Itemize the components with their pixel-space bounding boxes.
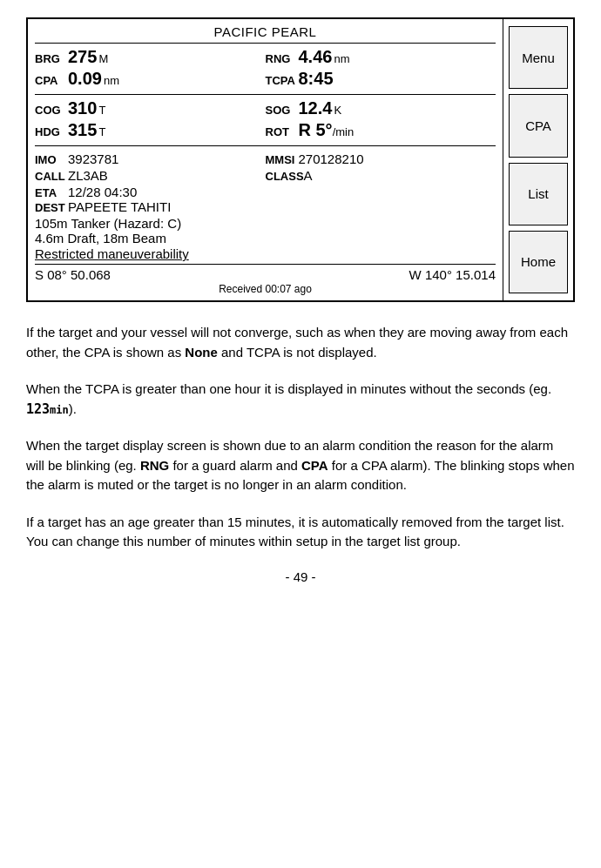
mmsi-value: 270128210	[299, 151, 364, 166]
desc2-text-after: ).	[69, 401, 77, 416]
cog-row: COG 310 T	[35, 98, 266, 118]
received-text: Received 00:07 ago	[35, 283, 496, 295]
list-button[interactable]: List	[509, 163, 568, 225]
sog-label: SOG	[266, 104, 299, 117]
coords-row: S 08° 50.068 W 140° 15.014	[35, 267, 496, 282]
tcpa-label: TCPA	[266, 74, 299, 87]
tcpa-row: TCPA 8:45	[266, 69, 496, 89]
panel-buttons: Menu CPA List Home	[503, 19, 573, 300]
page-number: - 49 -	[26, 569, 575, 584]
desc3-bold1: RNG	[140, 458, 169, 473]
class-row: CLASS A	[266, 168, 496, 183]
cpa-label: CPA	[35, 74, 68, 87]
coord-w: W 140° 15.014	[409, 267, 496, 282]
dest-row: DEST PAPEETE TAHITI	[35, 199, 496, 214]
menu-button[interactable]: Menu	[509, 26, 568, 89]
eta-value: 12/28 04:30	[68, 185, 137, 199]
type-text: 105m Tanker (Hazard: C)	[35, 216, 496, 231]
hdg-row: HDG 315 T	[35, 120, 266, 140]
cpa-button[interactable]: CPA	[509, 94, 568, 157]
rng-value: 4.46	[299, 47, 333, 67]
sog-row: SOG 12.4 K	[266, 98, 496, 118]
cpa-value: 0.09	[68, 69, 102, 89]
cpa-row: CPA 0.09 nm	[35, 69, 266, 89]
description-3: When the target display screen is shown …	[26, 436, 575, 495]
cpa-unit: nm	[104, 74, 119, 87]
brg-value: 275	[68, 47, 97, 67]
rot-row: ROT R 5° /min	[266, 120, 496, 140]
vessel-details: IMO 3923781 CALL ZL3AB MMSI 270128210 CL…	[35, 150, 496, 295]
rng-label: RNG	[266, 52, 299, 65]
rng-col: RNG 4.46 nm TCPA 8:45	[266, 47, 496, 89]
cog-unit: T	[98, 104, 105, 117]
class-label: CLASS	[266, 170, 304, 183]
tcpa-value: 8:45	[299, 69, 334, 89]
home-button[interactable]: Home	[509, 231, 568, 293]
panel-left: PACIFIC PEARL BRG 275 M CPA 0.09 nm	[28, 19, 503, 300]
imo-mmsi-row: IMO 3923781 CALL ZL3AB MMSI 270128210 CL…	[35, 151, 496, 183]
target-info-panel: PACIFIC PEARL BRG 275 M CPA 0.09 nm	[26, 17, 575, 302]
rot-label: ROT	[266, 125, 299, 138]
dest-label: DEST	[35, 201, 68, 214]
dest-value: PAPEETE TAHITI	[68, 199, 171, 214]
brg-rng-row: BRG 275 M CPA 0.09 nm RNG 4.46 nm	[35, 47, 496, 89]
brg-rng-section: BRG 275 M CPA 0.09 nm RNG 4.46 nm	[35, 47, 496, 95]
eta-row: ETA 12/28 04:30	[35, 185, 496, 199]
imo-col: IMO 3923781 CALL ZL3AB	[35, 151, 266, 183]
hdg-label: HDG	[35, 125, 68, 138]
desc1-text-after: and TCPA is not displayed.	[218, 345, 377, 360]
brg-unit: M	[98, 52, 108, 65]
brg-col: BRG 275 M CPA 0.09 nm	[35, 47, 266, 89]
hdg-unit: T	[98, 125, 105, 138]
desc3-text-middle: for a guard alarm and	[169, 458, 301, 473]
mmsi-col: MMSI 270128210 CLASS A	[266, 151, 496, 183]
coord-s: S 08° 50.068	[35, 267, 111, 282]
brg-row: BRG 275 M	[35, 47, 266, 67]
desc4-text: If a target has an age greater than 15 m…	[26, 515, 564, 549]
sog-rot-col: SOG 12.4 K ROT R 5° /min	[266, 98, 496, 140]
cog-value: 310	[68, 98, 97, 118]
vessel-name: PACIFIC PEARL	[35, 24, 496, 44]
desc2-text-before: When the TCPA is greater than one hour i…	[26, 381, 551, 396]
description-2: When the TCPA is greater than one hour i…	[26, 380, 575, 419]
desc2-bold: 123min	[26, 401, 69, 417]
hdg-value: 315	[68, 120, 97, 140]
sog-value: 12.4	[299, 98, 333, 118]
call-row: CALL ZL3AB	[35, 168, 266, 183]
eta-label: ETA	[35, 186, 68, 199]
mmsi-row: MMSI 270128210	[266, 151, 496, 166]
sog-unit: K	[334, 104, 341, 117]
draft-text: 4.6m Draft, 18m Beam	[35, 231, 496, 246]
cog-hdg-row: COG 310 T HDG 315 T SOG 12.4 K	[35, 98, 496, 140]
imo-value: 3923781	[68, 151, 118, 166]
cog-hdg-col: COG 310 T HDG 315 T	[35, 98, 266, 140]
rot-unit: /min	[333, 125, 355, 138]
description-1: If the target and your vessel will not c…	[26, 323, 575, 362]
call-value: ZL3AB	[68, 168, 108, 183]
description-4: If a target has an age greater than 15 m…	[26, 513, 575, 552]
call-label: CALL	[35, 170, 68, 183]
rng-unit: nm	[334, 52, 349, 65]
bottom-separator	[35, 264, 496, 265]
brg-label: BRG	[35, 52, 68, 65]
mmsi-label: MMSI	[266, 153, 299, 166]
rng-row: RNG 4.46 nm	[266, 47, 496, 67]
class-value: A	[304, 168, 313, 183]
rot-value: R 5°	[299, 120, 333, 140]
imo-label: IMO	[35, 153, 68, 166]
imo-row: IMO 3923781	[35, 151, 266, 166]
desc1-bold: None	[185, 345, 218, 360]
restricted-text: Restricted maneuverability	[35, 246, 496, 261]
cog-label: COG	[35, 104, 68, 117]
cog-sog-section: COG 310 T HDG 315 T SOG 12.4 K	[35, 98, 496, 146]
desc3-bold2: CPA	[301, 458, 328, 473]
